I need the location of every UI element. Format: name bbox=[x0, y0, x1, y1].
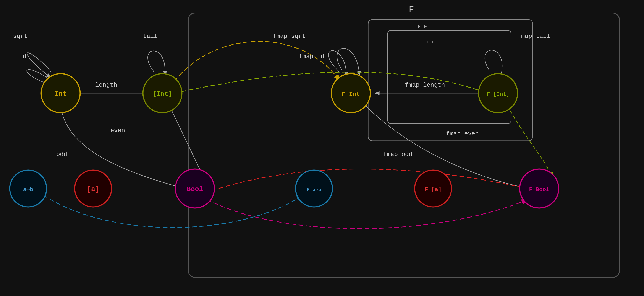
diagram-canvas: F F F F F F sqrt id tail length even odd… bbox=[0, 0, 644, 296]
id-label: id bbox=[19, 53, 26, 60]
main-diagram: F F F F F F sqrt id tail length even odd… bbox=[0, 0, 644, 296]
list-a-label: [a] bbox=[87, 185, 100, 193]
bool-label: Bool bbox=[187, 185, 203, 193]
int-label: Int bbox=[54, 90, 67, 98]
fmap-id-label: fmap id bbox=[299, 53, 324, 60]
ff-label: F F bbox=[418, 24, 427, 30]
f-title-label: F bbox=[409, 5, 414, 15]
fmap-tail-label: fmap tail bbox=[518, 33, 550, 40]
f-int-label: F Int bbox=[342, 91, 360, 98]
list-int-label: [Int] bbox=[153, 90, 172, 98]
atob-label: a→b bbox=[23, 186, 33, 193]
svg-rect-6 bbox=[0, 0, 644, 296]
f-bool-label: F Bool bbox=[529, 186, 549, 193]
sqrt-label: sqrt bbox=[13, 33, 28, 40]
even-label: even bbox=[110, 127, 125, 134]
fmap-length-label: fmap length bbox=[405, 82, 445, 88]
f-atob-label: F a→b bbox=[307, 187, 321, 193]
tail-label: tail bbox=[143, 33, 158, 40]
length-label: length bbox=[95, 82, 117, 88]
f-list-int-label: F [Int] bbox=[486, 91, 509, 98]
f-list-a-label: F [a] bbox=[425, 186, 442, 193]
fmap-sqrt-label: fmap sqrt bbox=[273, 33, 306, 40]
fmap-even-label: fmap even bbox=[446, 130, 479, 137]
fff-label: F F F bbox=[427, 40, 439, 45]
fmap-odd-label: fmap odd bbox=[383, 151, 412, 158]
odd-label: odd bbox=[56, 151, 67, 158]
